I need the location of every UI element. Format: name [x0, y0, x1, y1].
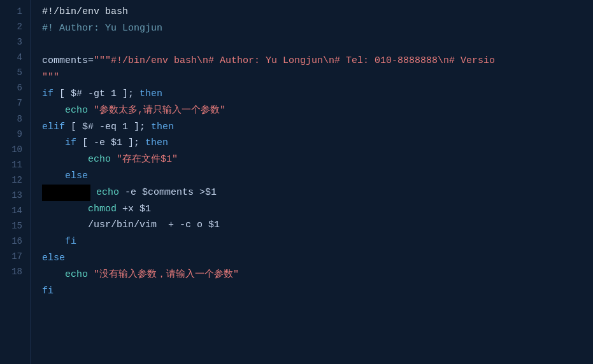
line-num-1: 1 [0, 4, 30, 19]
line-num-11: 11 [0, 157, 30, 172]
code-line-1: #!/bin/env bash [42, 4, 593, 20]
code-editor[interactable]: #!/bin/env bash #! Author: Yu Longjun co… [31, 0, 593, 364]
line-num-12: 12 [0, 172, 30, 188]
line-num-16: 16 [0, 234, 30, 249]
line-num-6: 6 [0, 80, 30, 95]
line-num-2: 2 [0, 19, 30, 34]
code-line-2: #! Author: Yu Longjun [42, 20, 593, 37]
code-line-3 [42, 37, 593, 53]
code-line-16: else [42, 250, 593, 267]
code-line-15: fi [42, 234, 593, 250]
code-line-17: echo "没有输入参数，请输入一个参数" [42, 267, 593, 283]
line-num-15: 15 [0, 218, 30, 234]
code-line-9: if [ -e $1 ]; then [42, 135, 593, 151]
line-num-5: 5 [0, 65, 30, 80]
code-line-13: chmod +x $1 [42, 201, 593, 218]
line-num-14: 14 [0, 203, 30, 218]
line-num-9: 9 [0, 127, 30, 142]
code-line-6: if [ $# -gt 1 ]; then [42, 86, 593, 102]
code-line-4: comments="""#!/bin/env bash\n# Author: Y… [42, 53, 593, 69]
line-num-10: 10 [0, 142, 30, 157]
line-numbers: 1 2 3 4 5 6 7 8 9 10 11 12 13 14 15 16 1… [0, 0, 31, 364]
line-num-3: 3 [0, 34, 30, 50]
code-line-10: echo "存在文件$1" [42, 151, 593, 168]
line-num-4: 4 [0, 50, 30, 65]
code-line-14: /usr/bin/vim + -c o $1 [42, 217, 593, 234]
code-line-11: else [42, 168, 593, 185]
line-num-18: 18 [0, 264, 30, 279]
line-num-17: 17 [0, 249, 30, 264]
code-line-8: elif [ $# -eq 1 ]; then [42, 119, 593, 136]
code-line-12: echo -e $comments >$1 [42, 185, 593, 201]
line-num-13: 13 [0, 188, 30, 203]
code-line-7: echo "参数太多,请只输入一个参数" [42, 102, 593, 119]
line-num-8: 8 [0, 111, 30, 127]
line-num-7: 7 [0, 95, 30, 111]
code-line-5: """ [42, 69, 593, 86]
code-line-18: fi [42, 283, 593, 300]
